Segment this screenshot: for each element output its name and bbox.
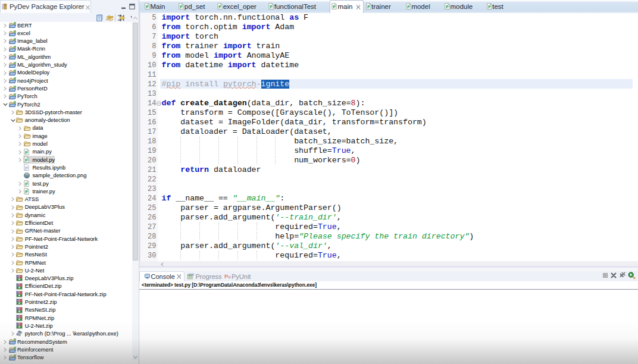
svg-text:P: P: [25, 190, 28, 194]
svg-text:P: P: [25, 181, 28, 186]
svg-text:P: P: [270, 5, 273, 9]
svg-text:P: P: [333, 5, 336, 9]
svg-text:P: P: [25, 158, 28, 162]
svg-text:P: P: [218, 5, 221, 9]
svg-text:P: P: [488, 5, 491, 9]
svg-text:P: P: [367, 5, 370, 9]
svg-text:P: P: [146, 5, 149, 9]
svg-text:P: P: [446, 5, 449, 9]
svg-text:P: P: [407, 5, 410, 9]
svg-text:P: P: [25, 150, 28, 154]
svg-text:P: P: [180, 5, 183, 9]
